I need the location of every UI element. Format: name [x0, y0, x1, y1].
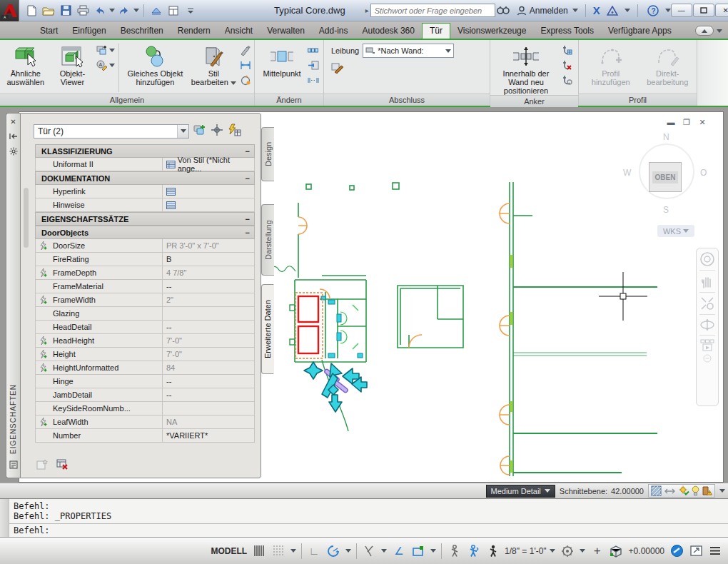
- palette-scrollbar[interactable]: [24, 188, 29, 248]
- tab-ansicht[interactable]: Ansicht: [218, 24, 260, 39]
- anchor-attach-icon[interactable]: [560, 74, 572, 86]
- palette-settings-icon[interactable]: [9, 146, 19, 156]
- workspace-switching-icon[interactable]: +: [590, 543, 605, 559]
- viewcube-east[interactable]: O: [700, 168, 707, 178]
- osnap-dropdown[interactable]: [381, 549, 387, 553]
- surface-hatch-toggle-icon[interactable]: [651, 485, 662, 496]
- redo-icon[interactable]: [116, 3, 132, 19]
- viewcube-south[interactable]: S: [663, 205, 669, 215]
- property-value[interactable]: --: [163, 282, 254, 291]
- grid-display-icon[interactable]: [252, 543, 266, 559]
- tab-express-tools[interactable]: Express Tools: [533, 24, 600, 39]
- model-space-button[interactable]: MODELL: [211, 546, 247, 556]
- open-icon[interactable]: [41, 3, 56, 19]
- property-row[interactable]: DoorSizePR 3'-0" x 7'-0": [35, 239, 255, 253]
- collapse-icon[interactable]: −: [246, 215, 250, 223]
- minimize-button[interactable]: —: [671, 4, 692, 17]
- property-value[interactable]: --: [163, 391, 254, 399]
- sign-in-button[interactable]: Anmelden: [517, 6, 568, 16]
- midpoint-button[interactable]: Mittelpunkt: [258, 42, 306, 78]
- materials-warning-icon[interactable]: [702, 485, 712, 496]
- add-selected-button[interactable]: Gleiches Objekt hinzufügen: [123, 42, 188, 86]
- panel-title-allgemein[interactable]: Allgemein: [0, 94, 254, 106]
- snap-dropdown[interactable]: [290, 549, 296, 553]
- quick-select-icon[interactable]: [211, 124, 223, 139]
- annoscale-dropdown[interactable]: [580, 549, 585, 553]
- search-input[interactable]: [370, 4, 495, 17]
- wcs-dropdown[interactable]: WKS: [657, 225, 694, 237]
- close-button[interactable]: ✕: [715, 4, 728, 17]
- dynamic-input-icon[interactable]: [411, 543, 425, 559]
- dimension-icon[interactable]: [240, 59, 251, 71]
- polar-tracking-icon[interactable]: [326, 543, 340, 559]
- property-value[interactable]: *VARIIERT*: [163, 431, 254, 440]
- object-track-icon[interactable]: ∠: [392, 543, 406, 559]
- workspace-icon[interactable]: [148, 3, 164, 19]
- tab-autodesk360[interactable]: Autodesk 360: [355, 24, 422, 39]
- property-value[interactable]: B: [163, 255, 254, 263]
- property-value[interactable]: 7'-0": [163, 336, 254, 345]
- help-icon[interactable]: ?: [645, 3, 661, 19]
- isolate-objects-button[interactable]: [96, 44, 115, 56]
- property-row[interactable]: Height7'-0": [35, 348, 255, 361]
- collapse-icon[interactable]: −: [246, 147, 250, 156]
- palette-close-icon[interactable]: ✕: [9, 116, 19, 126]
- communication-dropdown[interactable]: [625, 9, 630, 12]
- annotation-scale-dropdown[interactable]: 1/8" = 1'-0": [505, 546, 555, 556]
- anchor-table-icon[interactable]: [560, 44, 572, 56]
- redo-dropdown[interactable]: [133, 9, 139, 12]
- property-value[interactable]: NA: [163, 418, 254, 426]
- move-into-icon[interactable]: [308, 59, 319, 71]
- polar-dropdown[interactable]: [345, 549, 351, 553]
- properties-toggle-icon[interactable]: [166, 3, 181, 19]
- lightbulb-icon[interactable]: [692, 485, 699, 496]
- leibung-combo-dropdown[interactable]: [445, 49, 451, 53]
- tab-rendern[interactable]: Rendern: [171, 24, 218, 39]
- viewcube[interactable]: N W O S OBEN: [632, 134, 703, 219]
- doc-close-icon[interactable]: ✕: [697, 118, 707, 127]
- anchor-release-icon[interactable]: [560, 59, 572, 71]
- communication-center-icon[interactable]: [605, 3, 620, 19]
- application-menu-button[interactable]: A: [0, 0, 19, 21]
- ribbon-collapse-dropdown[interactable]: [717, 29, 722, 33]
- property-value[interactable]: [163, 188, 254, 196]
- command-line-grip[interactable]: [0, 499, 9, 537]
- doc-minimize-icon[interactable]: ▬: [666, 118, 676, 127]
- navigation-bar[interactable]: [696, 248, 719, 406]
- plot-icon[interactable]: [75, 3, 91, 19]
- panel-title-abschluss[interactable]: Abschluss: [324, 94, 490, 106]
- ribbon-collapse-button[interactable]: [695, 26, 714, 36]
- isometric-drafting-icon[interactable]: [610, 543, 624, 559]
- command-input[interactable]: Befehl:: [9, 524, 728, 537]
- ortho-mode-icon[interactable]: ∟: [307, 543, 321, 559]
- property-value[interactable]: 7'-0": [163, 350, 254, 358]
- space-evenly-icon[interactable]: [308, 74, 319, 86]
- selection-cycling-off-icon[interactable]: [447, 543, 461, 559]
- property-value[interactable]: 84: [163, 363, 254, 372]
- undo-dropdown[interactable]: [109, 9, 115, 12]
- save-icon[interactable]: [58, 3, 74, 19]
- property-row[interactable]: FireRatingB: [35, 253, 255, 266]
- reposition-button[interactable]: Innerhalb der Wand neu positionieren: [493, 42, 559, 95]
- palette-properties-icon[interactable]: [9, 460, 19, 470]
- maximize-button[interactable]: [693, 4, 714, 17]
- help-dropdown[interactable]: [665, 9, 671, 12]
- tab-addins[interactable]: Add-ins: [312, 24, 355, 39]
- exchange-apps-icon[interactable]: X: [593, 4, 600, 16]
- annotation-visibility-icon[interactable]: [560, 543, 575, 559]
- property-row[interactable]: FrameWidth2": [35, 293, 255, 307]
- selection-preview-icon[interactable]: [485, 543, 500, 559]
- object-viewer-button[interactable]: Objekt-Viewer: [50, 42, 96, 86]
- dyninput-dropdown[interactable]: [430, 549, 436, 553]
- viewcube-top-face[interactable]: OBEN: [649, 162, 682, 192]
- panel-title-profil[interactable]: Profil: [579, 94, 697, 106]
- clean-screen-icon[interactable]: [689, 543, 703, 559]
- undo-icon[interactable]: [92, 3, 108, 19]
- property-value[interactable]: Von Stil (*Nicht ange...: [163, 156, 254, 173]
- remove-property-set-icon[interactable]: [56, 459, 69, 472]
- side-tab-design[interactable]: Design: [261, 127, 274, 181]
- side-tab-darstellung[interactable]: Darstellung: [261, 204, 274, 276]
- search-arrow-icon[interactable]: ▸: [365, 6, 369, 14]
- new-icon[interactable]: [24, 3, 39, 19]
- property-row[interactable]: Hinweise: [35, 198, 255, 212]
